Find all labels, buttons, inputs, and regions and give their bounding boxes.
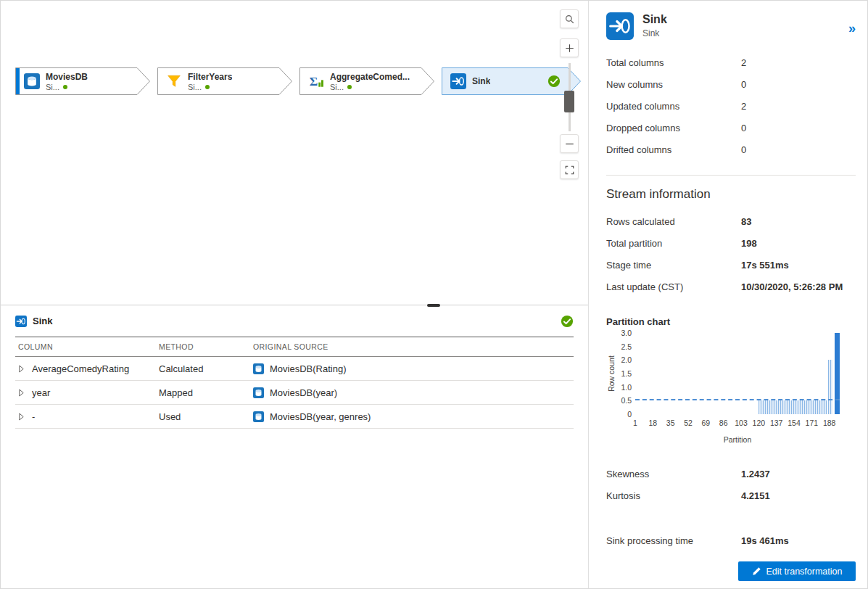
collapse-panel-button[interactable]: » [848,12,856,40]
node-subtitle-row: Si... [46,83,88,91]
stat-value: 4.2151 [741,490,856,501]
zoom-slider-handle[interactable] [564,91,574,112]
partition-chart-title: Partition chart [606,316,856,327]
column-stats: Total columns2New columns0Updated column… [606,52,856,160]
y-tick: 2.5 [621,342,632,351]
sink-processing-time: Sink processing time19s 461ms [606,530,856,551]
data-flow-debug-view: MoviesDBSi...FilterYearsSi...ΣAggregateC… [0,0,868,589]
x-axis-label: Partition [635,435,840,444]
stat-value: 10/30/2020, 5:26:28 PM [741,281,856,292]
cell-method: Calculated [159,363,253,374]
x-tick: 188 [823,419,836,427]
edit-transformation-button[interactable]: Edit transformation [738,561,856,581]
node-subtitle-row: Si... [330,83,410,91]
stat-label: Skewness [606,469,741,479]
success-check-icon [547,75,561,88]
stream-information-rows: Rows calculated83Total partition198Stage… [606,210,856,297]
chart-plot-area [635,333,840,414]
y-axis-ticks: 3.02.52.01.51.00.50 [616,333,635,414]
distribution-metrics: Skewness1.2437Kurtosis4.2151 [606,463,856,506]
column-header: ORIGINAL SOURCE [253,342,574,351]
x-tick: 69 [701,419,710,427]
cell-method: Mapped [159,387,253,398]
column-header: METHOD [159,342,253,351]
column-lineage-panel: Sink COLUMNMETHODORIGINAL SOURCE Average… [1,305,588,588]
stat-label: Drifted columns [606,144,741,155]
lineage-table-body: AverageComedyRatingCalculatedMoviesDB(Ra… [15,357,574,429]
search-button[interactable] [560,9,579,28]
node-title: Sink [472,76,490,86]
partition-bar [759,400,827,414]
stat-label: Last update (CST) [606,281,741,292]
table-row[interactable]: yearMappedMoviesDB(year) [15,381,574,405]
x-tick: 137 [770,419,783,427]
stat-row: Updated columns2 [606,95,856,117]
stat-label: Rows calculated [606,216,741,227]
lineage-panel-title: Sink [33,316,52,326]
status-dot-icon [347,85,352,89]
node-subtitle: Si... [46,83,59,91]
expand-row-icon[interactable] [18,413,25,421]
aggregate-icon: Σ [308,73,324,89]
stat-value: 83 [741,216,856,227]
status-dot-icon [205,85,210,89]
stat-label: Total partition [606,238,741,249]
flow-canvas[interactable]: MoviesDBSi...FilterYearsSi...ΣAggregateC… [1,1,588,305]
stat-value: 2 [741,101,856,112]
stat-value: 17s 551ms [741,260,856,271]
flow-node-sink[interactable]: Sink [442,67,581,95]
flow-node-moviesdb[interactable]: MoviesDBSi... [15,67,150,95]
x-axis-ticks: 11835526986103120137154171188 [635,419,840,428]
stat-value: 0 [741,123,856,133]
y-tick: 3.0 [621,329,632,337]
y-tick: 0.5 [621,396,632,405]
lineage-panel-header: Sink [15,305,574,337]
details-header: Sink Sink » [606,1,856,40]
stat-row: Last update (CST)10/30/2020, 5:26:28 PM [606,276,856,297]
x-tick: 52 [684,419,693,427]
fit-to-screen-button[interactable] [560,160,579,179]
node-subtitle: Si... [330,83,344,91]
panel-resize-handle[interactable] [427,304,440,307]
table-row[interactable]: AverageComedyRatingCalculatedMoviesDB(Ra… [15,357,574,381]
y-axis-label: Row count [606,333,616,414]
stat-row: Kurtosis4.2151 [606,485,856,506]
sink-icon [15,316,27,327]
flow-node-filteryears[interactable]: FilterYearsSi... [157,67,292,95]
x-tick: 35 [666,419,675,427]
cell-column: AverageComedyRating [32,363,129,374]
stat-label: Dropped columns [606,123,741,133]
cell-source: MoviesDB(year) [270,387,337,398]
y-tick: 2.0 [621,355,632,364]
zoom-out-button[interactable] [560,134,579,153]
database-icon [253,387,264,398]
column-header: COLUMN [18,342,159,351]
y-tick: 0 [627,410,632,419]
details-subtitle: Sink [642,28,667,38]
flow-node-aggregatecomed[interactable]: ΣAggregateComed...Si... [299,67,434,95]
node-title: AggregateComed... [330,72,410,82]
table-row[interactable]: -UsedMoviesDB(year, genres) [15,405,574,429]
database-icon [24,73,40,89]
fit-to-screen-icon [564,165,575,176]
node-subtitle-row: Si... [188,83,232,91]
stat-label: Sink processing time [606,535,741,546]
stat-row: Stage time17s 551ms [606,254,856,276]
cell-column: year [32,387,50,398]
search-icon [564,14,575,25]
status-dot-icon [63,85,67,89]
left-column: MoviesDBSi...FilterYearsSi...ΣAggregateC… [1,1,588,588]
stat-value: 0 [741,79,856,90]
zoom-in-button[interactable] [560,38,579,57]
svg-text:Σ: Σ [310,74,318,88]
partition-bar [835,333,840,414]
stream-information-heading: Stream information [606,187,856,202]
sink-icon [606,12,634,40]
expand-row-icon[interactable] [18,365,25,373]
cell-column: - [32,411,35,422]
expand-row-icon[interactable] [18,389,25,397]
x-tick: 86 [719,419,728,427]
success-check-icon [561,315,574,328]
stat-value: 198 [741,238,856,249]
minus-icon [564,139,575,149]
